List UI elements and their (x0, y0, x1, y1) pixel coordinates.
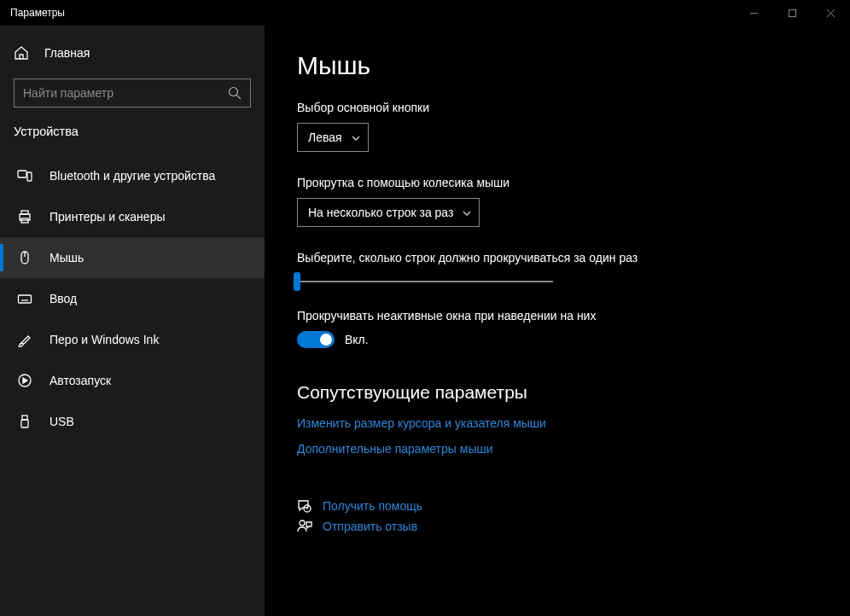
sidebar-home[interactable]: Главная (0, 34, 265, 72)
link-cursor-size[interactable]: Изменить размер курсора и указателя мыши (297, 416, 850, 430)
svg-point-24 (300, 520, 305, 526)
sidebar-item-mouse[interactable]: Мышь (0, 237, 265, 278)
sidebar-item-label: USB (49, 415, 74, 428)
printer-icon (17, 209, 32, 224)
sidebar-item-autoplay[interactable]: Автозапуск (0, 360, 265, 401)
chevron-down-icon (351, 132, 361, 142)
autoplay-icon (17, 373, 32, 388)
sidebar-item-label: Автозапуск (49, 374, 111, 387)
window-title: Параметры (10, 7, 65, 19)
svg-rect-1 (789, 9, 796, 16)
sidebar-item-label: Перо и Windows Ink (49, 333, 159, 346)
sidebar-item-bluetooth[interactable]: Bluetooth и другие устройства (0, 155, 265, 196)
mouse-icon (17, 250, 32, 265)
sidebar-item-label: Принтеры и сканеры (49, 210, 165, 224)
svg-point-4 (230, 88, 238, 96)
get-help-link[interactable]: ? Получить помощь (297, 498, 850, 514)
get-help-label: Получить помощь (323, 499, 422, 513)
svg-rect-9 (21, 211, 28, 214)
feedback-link[interactable]: Отправить отзыв (297, 519, 850, 534)
sidebar-item-usb[interactable]: USB (0, 401, 265, 442)
home-icon (14, 45, 29, 61)
pen-icon (17, 332, 32, 347)
sidebar-item-label: Ввод (49, 292, 77, 305)
link-additional-mouse[interactable]: Дополнительные параметры мыши (297, 442, 850, 456)
devices-icon (17, 168, 32, 183)
svg-rect-21 (21, 420, 28, 427)
close-button[interactable] (812, 0, 850, 26)
usb-icon (17, 414, 32, 429)
feedback-label: Отправить отзыв (323, 520, 417, 533)
search-icon (228, 86, 242, 100)
minimize-button[interactable] (735, 0, 773, 26)
svg-rect-7 (27, 172, 32, 181)
lines-slider[interactable] (297, 273, 553, 290)
sidebar-category: Устройства (0, 119, 265, 150)
inactive-scroll-toggle[interactable] (297, 331, 335, 348)
keyboard-icon (17, 291, 32, 306)
scroll-mode-label: Прокрутка с помощью колесика мыши (297, 176, 850, 189)
svg-rect-20 (22, 416, 27, 420)
sidebar-home-label: Главная (44, 46, 90, 60)
sidebar-item-label: Мышь (49, 251, 84, 264)
maximize-button[interactable] (773, 0, 812, 26)
svg-line-5 (237, 96, 242, 100)
primary-button-select[interactable]: Левая (297, 123, 369, 152)
window-controls (735, 0, 850, 26)
slider-thumb[interactable] (294, 272, 300, 291)
sidebar-item-typing[interactable]: Ввод (0, 278, 265, 319)
sidebar: Главная Устройства Bluetooth и другие ус… (0, 26, 265, 616)
scroll-mode-value: На несколько строк за раз (308, 206, 453, 219)
primary-button-label: Выбор основной кнопки (297, 101, 850, 114)
feedback-icon (297, 519, 312, 534)
scroll-mode-select[interactable]: На несколько строк за раз (297, 198, 480, 227)
related-heading: Сопутствующие параметры (297, 382, 850, 403)
page-title: Мышь (297, 51, 850, 80)
svg-text:?: ? (306, 506, 309, 511)
primary-button-value: Левая (308, 131, 342, 144)
search-box[interactable] (14, 78, 251, 108)
help-icon: ? (297, 498, 312, 514)
lines-label: Выберите, сколько строк должно прокручив… (297, 251, 850, 264)
sidebar-item-printers[interactable]: Принтеры и сканеры (0, 196, 265, 237)
toggle-state-label: Вкл. (345, 333, 369, 346)
chevron-down-icon (462, 207, 472, 218)
sidebar-item-pen[interactable]: Перо и Windows Ink (0, 319, 265, 360)
sidebar-item-label: Bluetooth и другие устройства (49, 169, 215, 183)
slider-track (297, 281, 553, 282)
inactive-scroll-label: Прокручивать неактивные окна при наведен… (297, 309, 850, 323)
svg-rect-6 (18, 171, 26, 177)
toggle-knob (320, 334, 332, 346)
main-content: Мышь Выбор основной кнопки Левая Прокрут… (265, 26, 850, 616)
search-input[interactable] (23, 86, 228, 100)
title-bar: Параметры (0, 0, 850, 26)
svg-rect-13 (19, 295, 32, 303)
